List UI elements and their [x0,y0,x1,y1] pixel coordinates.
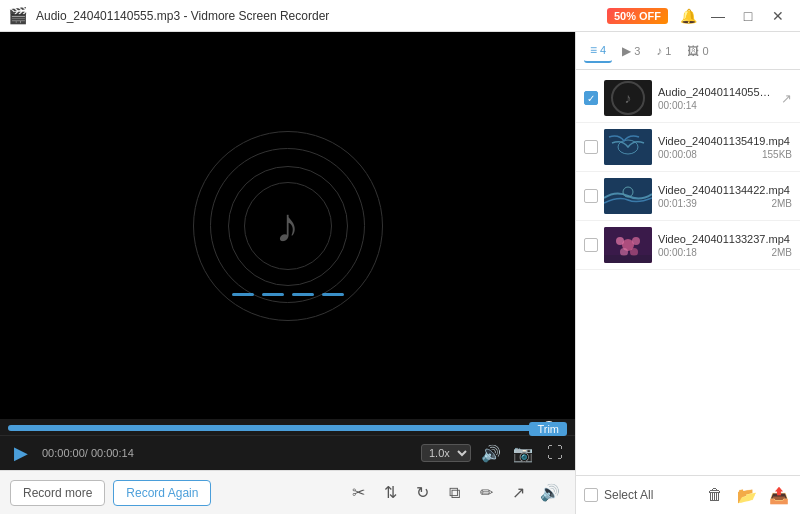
file-name-3: Video_240401133237.mp4 [658,233,792,245]
video-thumb-svg-1 [604,129,652,165]
music-note-icon: ♪ [276,198,300,253]
file-checkbox-0[interactable]: ✓ [584,91,598,105]
window-controls: 50% OFF 🔔 — □ ✕ [607,2,792,30]
file-checkbox-1[interactable] [584,140,598,154]
file-duration-2: 00:01:39 [658,198,697,209]
rotate-tool-button[interactable]: ↻ [407,478,437,508]
audio-disc-icon: ♪ [611,81,645,115]
file-size-1: 155KB [762,149,792,160]
dash-4 [322,293,344,296]
file-checkbox-3[interactable] [584,238,598,252]
file-name-1: Video_240401135419.mp4 [658,135,792,147]
action-bar: Record more Record Again ✂ ⇅ ↻ ⧉ ✏ ↗ 🔊 [0,470,575,514]
app-icon: 🎬 [8,6,28,25]
gift-badge[interactable]: 50% OFF [607,8,668,24]
file-list: ✓ ♪ Audio_240401140555.mp3 00:00:14 ↗ [576,70,800,475]
file-name-2: Video_240401134422.mp4 [658,184,792,196]
export-button[interactable]: 📤 [766,482,792,508]
file-meta-0: 00:00:14 [658,100,775,111]
tab-bar: ≡ 4 ▶ 3 ♪ 1 🖼 0 [576,32,800,70]
dash-2 [262,293,284,296]
list-item[interactable]: ✓ ♪ Audio_240401140555.mp3 00:00:14 ↗ [576,74,800,123]
play-button[interactable]: ▶ [8,440,34,466]
file-duration-3: 00:00:18 [658,247,697,258]
dash-1 [232,293,254,296]
select-all-checkbox[interactable] [584,488,598,502]
copy-tool-button[interactable]: ⧉ [439,478,469,508]
file-meta-2: 00:01:39 2MB [658,198,792,209]
file-info-0: Audio_240401140555.mp3 00:00:14 [658,86,775,111]
svg-point-7 [632,237,640,245]
video-area: ♪ [0,32,575,419]
video-thumbnail-3 [604,227,652,263]
list-item[interactable]: Video_240401133237.mp4 00:00:18 2MB [576,221,800,270]
file-info-1: Video_240401135419.mp4 00:00:08 155KB [658,135,792,160]
open-folder-button[interactable]: 📂 [734,482,760,508]
record-more-button[interactable]: Record more [10,480,105,506]
select-all-label: Select All [604,488,653,502]
tab-image[interactable]: 🖼 0 [681,40,714,62]
volume-icon[interactable]: 🔊 [479,441,503,465]
tab-video[interactable]: ▶ 3 [616,40,646,62]
file-meta-1: 00:00:08 155KB [658,149,792,160]
minimize-button[interactable]: — [704,2,732,30]
svg-rect-10 [604,255,652,263]
controls-bar: ▶ 00:00:00/ 00:00:14 1.0x 0.5x 1.5x 2.0x… [0,435,575,470]
tab-image-count: 0 [702,45,708,57]
list-icon: ≡ [590,43,597,57]
file-size-2: 2MB [771,198,792,209]
progress-track[interactable] [8,425,567,431]
list-item[interactable]: Video_240401134422.mp4 00:01:39 2MB [576,172,800,221]
video-thumb-svg-3 [604,227,652,263]
main-layout: ♪ Trim ▶ 00:00:0 [0,32,800,514]
title-bar: 🎬 Audio_240401140555.mp3 - Vidmore Scree… [0,0,800,32]
audio-dashes [232,293,344,296]
maximize-button[interactable]: □ [734,2,762,30]
tab-list[interactable]: ≡ 4 [584,39,612,63]
right-panel: ≡ 4 ▶ 3 ♪ 1 🖼 0 ✓ ♪ [575,32,800,514]
file-info-3: Video_240401133237.mp4 00:00:18 2MB [658,233,792,258]
tab-audio-count: 1 [665,45,671,57]
record-again-button[interactable]: Record Again [113,480,211,506]
audio-tab-icon: ♪ [656,44,662,58]
video-thumbnail-2 [604,178,652,214]
time-display: 00:00:00/ 00:00:14 [42,447,413,459]
tab-list-count: 4 [600,44,606,56]
list-controls: Select All 🗑 📂 📤 [576,475,800,514]
svg-point-6 [616,237,624,245]
close-button[interactable]: ✕ [764,2,792,30]
window-title: Audio_240401140555.mp3 - Vidmore Screen … [36,9,329,23]
file-info-2: Video_240401134422.mp4 00:01:39 2MB [658,184,792,209]
share-tool-button[interactable]: ↗ [503,478,533,508]
dash-3 [292,293,314,296]
file-checkbox-2[interactable] [584,189,598,203]
file-name-0: Audio_240401140555.mp3 [658,86,775,98]
bell-icon[interactable]: 🔔 [674,2,702,30]
video-thumbnail-1 [604,129,652,165]
trim-button[interactable]: Trim [529,422,567,436]
camera-icon[interactable]: 📷 [511,441,535,465]
fullscreen-icon[interactable]: ⛶ [543,441,567,465]
image-tab-icon: 🖼 [687,44,699,58]
audio-tool-button[interactable]: 🔊 [535,478,565,508]
file-duration-1: 00:00:08 [658,149,697,160]
list-item[interactable]: Video_240401135419.mp4 00:00:08 155KB [576,123,800,172]
cut-tool-button[interactable]: ✂ [343,478,373,508]
progress-area: Trim [0,419,575,435]
file-size-3: 2MB [771,247,792,258]
video-tab-icon: ▶ [622,44,631,58]
tab-audio[interactable]: ♪ 1 [650,40,677,62]
progress-fill [8,425,545,431]
adjust-tool-button[interactable]: ⇅ [375,478,405,508]
bottom-tools: ✂ ⇅ ↻ ⧉ ✏ ↗ 🔊 [343,478,565,508]
share-icon-0[interactable]: ↗ [781,91,792,106]
delete-button[interactable]: 🗑 [702,482,728,508]
player-panel: ♪ Trim ▶ 00:00:0 [0,32,575,514]
file-meta-3: 00:00:18 2MB [658,247,792,258]
music-visual: ♪ [188,126,388,326]
audio-thumbnail-0: ♪ [604,80,652,116]
speed-select[interactable]: 1.0x 0.5x 1.5x 2.0x [421,444,471,462]
svg-point-9 [630,248,638,256]
file-duration-0: 00:00:14 [658,100,697,111]
edit-tool-button[interactable]: ✏ [471,478,501,508]
